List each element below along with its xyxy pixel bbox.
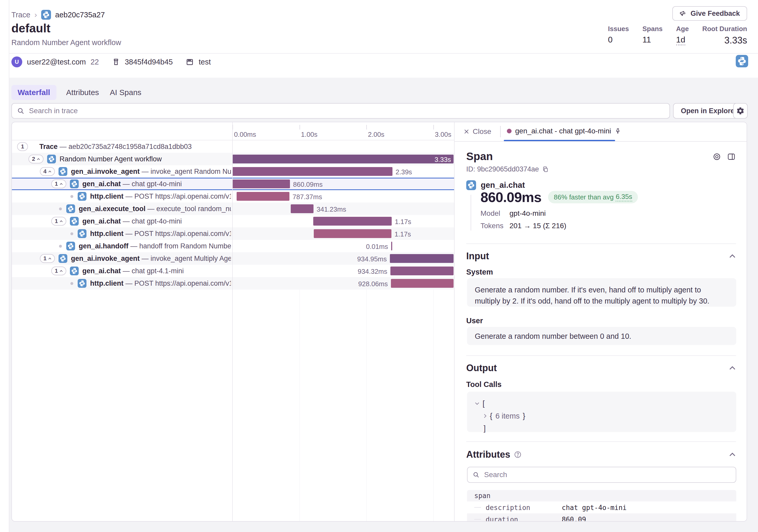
open-in-explore-button[interactable]: Open in Explore	[673, 103, 742, 119]
waterfall-row[interactable]: 1Trace — aeb20c735a2748c1958a71cd8a1dbb0…	[12, 140, 455, 153]
attribute-value: 860.09	[562, 516, 586, 521]
span-title: Trace — aeb20c735a2748c1958a71cd8a1dbb03	[39, 143, 192, 151]
attribute-key: description	[486, 504, 530, 512]
python-icon	[66, 204, 75, 213]
attributes-section-header: Attributes	[466, 449, 522, 460]
section-divider	[466, 441, 736, 442]
caret-down-icon[interactable]	[475, 402, 479, 405]
breadcrumb-trace-link[interactable]: Trace	[12, 11, 30, 19]
tree-cell: gen_ai.handoff — handoff from Random Num…	[12, 240, 231, 252]
span-duration-bar[interactable]	[237, 192, 290, 201]
waterfall-row[interactable]: 1gen_ai.chat — chat gpt-4.1-mini934.32ms	[12, 265, 455, 277]
collapse-output-chevron-icon[interactable]	[729, 366, 736, 371]
collapse-input-chevron-icon[interactable]	[729, 254, 736, 259]
user-email[interactable]: user22@test.com	[27, 58, 86, 66]
brace-close: }	[523, 412, 525, 420]
stat-label: Spans	[642, 25, 663, 33]
json-object-line[interactable]: { 6 items }	[475, 410, 729, 422]
tab-waterfall[interactable]: Waterfall	[12, 85, 56, 100]
waterfall-row[interactable]: http.client — POST https://api.openai.co…	[12, 228, 455, 240]
span-title: http.client — POST https://api.openai.co…	[90, 230, 231, 238]
duration-label: 787.37ms	[293, 193, 322, 201]
attributes-search-input[interactable]	[484, 470, 731, 479]
layout-toggle-button[interactable]	[727, 152, 736, 161]
collapse-attributes-chevron-icon[interactable]	[729, 452, 736, 457]
stat-issues: Issues0	[608, 25, 629, 46]
attributes-group-row[interactable]: span	[467, 490, 736, 501]
span-id-row: ID: 9bc29065dd0374ae	[466, 165, 549, 173]
duration-label: 1.17s	[395, 218, 411, 226]
span-count-badge[interactable]: 1	[51, 180, 66, 188]
trace-search-input[interactable]	[28, 106, 664, 115]
span-count-badge[interactable]: 1	[40, 254, 55, 263]
span-duration-bar[interactable]	[391, 242, 392, 250]
environment-name[interactable]: test	[198, 58, 211, 66]
model-value: gpt-4o-mini	[509, 209, 546, 218]
stat-root-duration: Root Duration3.33s	[702, 25, 747, 46]
chevron-up-icon	[59, 270, 63, 272]
close-detail-button[interactable]: Close	[464, 127, 491, 136]
waterfall-row[interactable]: 4gen_ai.invoke_agent — invoke_agent Rand…	[12, 165, 455, 178]
span-count-badge[interactable]: 1	[51, 217, 66, 226]
waterfall-settings-button[interactable]	[733, 103, 748, 119]
span-count-badge[interactable]: 1	[17, 142, 28, 151]
leaf-dot	[70, 232, 73, 235]
span-title: gen_ai.chat — chat gpt-4o-mini	[82, 180, 182, 188]
waterfall-row[interactable]: gen_ai.handoff — handoff from Random Num…	[12, 240, 455, 252]
waterfall-row[interactable]: 1gen_ai.invoke_agent — invoke_agent Mult…	[12, 252, 455, 265]
python-icon	[70, 217, 79, 226]
focus-span-button[interactable]	[712, 152, 721, 161]
span-duration-bar[interactable]	[232, 180, 290, 188]
tree-cell: 1gen_ai.invoke_agent — invoke_agent Mult…	[12, 252, 231, 265]
span-count-badge[interactable]: 4	[40, 167, 55, 176]
waterfall-row[interactable]: 2Random Number Agent workflow3.33s	[12, 153, 455, 165]
span-op-row: gen_ai.chat	[466, 180, 525, 190]
stat-spans: Spans11	[642, 25, 663, 46]
section-divider	[466, 355, 736, 356]
pin-icon[interactable]	[615, 128, 621, 134]
span-duration-bar[interactable]	[391, 266, 454, 275]
breadcrumb-current: aeb20c735a27	[55, 11, 105, 19]
python-icon	[66, 242, 75, 250]
attributes-section-title: Attributes	[466, 449, 510, 460]
waterfall-row[interactable]: 1gen_ai.chat — chat gpt-4o-mini860.09ms	[12, 178, 455, 190]
trace-search-bar[interactable]	[12, 103, 670, 119]
give-feedback-button[interactable]: Give Feedback	[672, 6, 747, 21]
span-duration-bar[interactable]	[390, 254, 454, 263]
span-duration-bar[interactable]	[313, 217, 392, 226]
duration-label: 3.33s	[434, 156, 451, 164]
chevron-up-icon	[59, 220, 63, 223]
waterfall-row[interactable]: 1gen_ai.chat — chat gpt-4o-mini1.17s	[12, 215, 455, 228]
span-duration-bar[interactable]	[291, 204, 314, 213]
span-duration-bar[interactable]	[232, 155, 454, 163]
span-duration-bar[interactable]	[391, 279, 454, 288]
stat-value[interactable]: 1d	[676, 35, 685, 45]
span-duration-value: 860.09ms	[480, 189, 541, 205]
help-icon[interactable]	[514, 451, 522, 458]
duration-label: 341.23ms	[317, 205, 346, 213]
device-id[interactable]: 3845f4d94b45	[125, 58, 173, 66]
tokens-row: Tokens 201 → 15 (Σ 216)	[480, 222, 503, 230]
tab-attributes[interactable]: Attributes	[65, 85, 100, 100]
span-duration-bar[interactable]	[232, 167, 393, 176]
attribute-row[interactable]: duration860.09	[467, 514, 736, 521]
attributes-search-bar[interactable]	[467, 467, 736, 483]
span-duration-bar[interactable]	[314, 229, 392, 238]
python-icon	[58, 254, 67, 263]
waterfall-row[interactable]: http.client — POST https://api.openai.co…	[12, 277, 455, 290]
attribute-row[interactable]: descriptionchat gpt-4o-mini	[467, 501, 736, 514]
waterfall-row[interactable]: gen_ai.execute_tool — execute_tool rando…	[12, 202, 455, 215]
waterfall-row[interactable]: http.client — POST https://api.openai.co…	[12, 190, 455, 202]
tab-ai-spans[interactable]: AI Spans	[109, 85, 142, 100]
python-icon	[58, 167, 67, 176]
tree-cell: 1gen_ai.chat — chat gpt-4o-mini	[12, 215, 231, 228]
span-count-badge[interactable]: 2	[28, 155, 44, 163]
detail-tab-span[interactable]: gen_ai.chat - chat gpt-4o-mini	[507, 127, 621, 135]
attr-tree-tick	[474, 507, 481, 508]
python-icon	[70, 180, 79, 188]
span-count-badge[interactable]: 1	[51, 266, 66, 275]
caret-right-icon[interactable]	[484, 414, 487, 418]
tree-timeline-divider[interactable]	[232, 122, 233, 521]
perf-badge-avg-link[interactable]: 6.35s	[616, 193, 632, 201]
copy-icon[interactable]	[542, 166, 549, 173]
